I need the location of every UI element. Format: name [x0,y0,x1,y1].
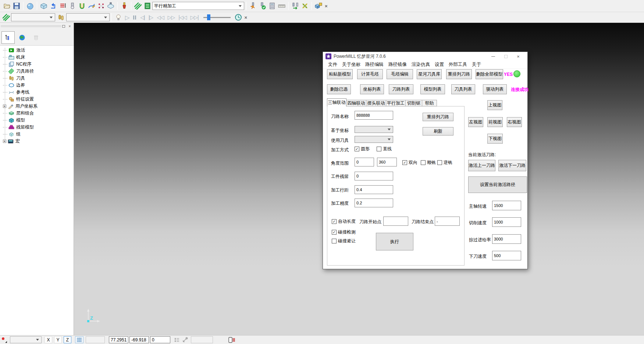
paste-model-button[interactable]: 粘贴新模型 [327,69,353,79]
close-panel-icon[interactable]: × [67,24,72,28]
play-icon[interactable]: ▷ [125,14,129,21]
calc-block-button[interactable]: 计算毛坯 [357,69,383,79]
menu-external-tools[interactable]: 外部工具 [449,62,467,68]
go-start-icon[interactable]: |◁◁ [178,14,186,20]
toolpath-name-input[interactable] [355,111,393,120]
collision-check-checkbox[interactable] [332,230,337,235]
conventional-checkbox[interactable] [437,160,442,165]
step-forward-icon[interactable]: |▷ [149,14,153,20]
shaded-view-icon[interactable] [25,1,35,11]
block-tool-icon[interactable] [106,1,115,11]
coord-list-button[interactable]: 坐标列表 [360,84,384,94]
left-view-button[interactable]: 左视图 [468,117,483,127]
speed-slider[interactable] [203,14,231,20]
climb-checkbox[interactable] [421,160,426,165]
tab-4axis[interactable]: 四轴联动 [346,100,366,106]
linear-checkbox[interactable] [377,147,381,151]
angle-from-input[interactable] [355,158,374,166]
measure-icon[interactable] [277,1,287,11]
web-tab[interactable] [15,31,29,44]
tab-saw[interactable]: 切割锯 [406,100,422,106]
end-point-input[interactable] [435,217,460,226]
collision-avoid-checkbox[interactable] [332,239,337,243]
close-icon[interactable]: × [323,3,329,9]
ball-tool-icon[interactable] [68,1,77,11]
collision-check-icon[interactable] [248,1,258,11]
menu-about[interactable]: 关于 [472,62,481,68]
tree-item-workplanes[interactable]: +用户坐标系 [3,103,74,110]
tree-item-activate[interactable]: 激活 [3,47,74,54]
skim-feed-input[interactable] [492,234,521,244]
based-coord-combobox[interactable] [355,126,393,133]
spindle-speed-input[interactable] [492,201,521,210]
menu-settings[interactable]: 设置 [435,62,444,68]
pattern-icon[interactable] [96,1,106,11]
workplane-combobox[interactable] [10,336,42,343]
toolpath-list-button[interactable]: 刀路列表 [389,84,413,94]
grid-icon[interactable] [75,336,83,343]
tree-item-boundaries[interactable]: 边界 [3,82,74,89]
tool-list-button[interactable]: 刀具列表 [451,84,475,94]
tab-head-tilt[interactable]: 摆头联动 [366,100,386,106]
rearr-toolpath-button[interactable]: 重排列刀路 [423,113,453,121]
rearrange-toolpaths-button[interactable]: 重排列刀路 [446,69,472,79]
right-view-button[interactable]: 右视图 [507,117,522,127]
tree-item-nc-program[interactable]: NC程序 [3,61,74,68]
draw-dot-icon[interactable] [1,337,8,343]
tree-item-macros[interactable]: +宏 [3,138,74,145]
toolpath-icon[interactable] [133,1,143,11]
tool-icon[interactable] [57,13,66,22]
open-file-icon[interactable] [2,1,12,11]
edit-block-button[interactable]: 毛坯编辑 [387,69,413,79]
use-tool-combobox[interactable] [355,136,393,143]
tool-library-button[interactable]: 星河刀具库 [417,69,442,79]
explorer-tree-tab[interactable] [1,31,15,44]
simulation-clock-icon[interactable] [234,13,243,22]
set-active-path-button[interactable]: 设置当前激活路径 [468,176,527,193]
menu-path-mirror[interactable]: 路径镜像 [388,62,407,68]
toolpath-list-icon[interactable] [143,1,152,11]
bidirectional-checkbox[interactable] [402,160,407,165]
tree-item-groups[interactable]: 组 [3,131,74,138]
curve-editor-icon[interactable] [87,1,96,11]
tab-parallel[interactable]: 平行加工 [386,100,406,106]
maximize-icon[interactable] [499,52,512,60]
transform-icon[interactable] [300,1,310,11]
compare-blocks-icon[interactable] [314,1,323,11]
cutting-feed-input[interactable] [492,217,521,227]
sim-tool-combobox[interactable] [66,13,110,21]
tree-item-stock-models[interactable]: 残留模型 [3,124,74,131]
tree-item-patterns[interactable]: 参考线 [3,89,74,96]
light-icon[interactable] [114,13,123,22]
toolpath-edit-icon[interactable] [49,1,58,11]
close-icon[interactable]: × [512,52,524,60]
coordinate-list-icon[interactable] [174,337,180,343]
stepover-input[interactable] [355,185,393,194]
axis-z-button[interactable]: Z [64,336,71,343]
delete-selected-button[interactable]: 删除已选 [327,84,351,94]
angle-to-input[interactable] [377,158,397,166]
tool-verify-icon[interactable] [258,1,267,11]
sim-toolpath-combobox[interactable] [11,13,55,21]
fast-forward-icon[interactable]: ▷▷ [168,14,175,20]
block-icon[interactable] [39,1,49,11]
locate-icon[interactable] [182,337,188,343]
activate-next-toolpath-button[interactable]: 激活下一刀路 [498,160,526,171]
tree-item-toolpaths[interactable]: 刀具路径 [3,68,74,75]
top-view-button[interactable]: 上视图 [487,100,502,110]
pause-icon[interactable] [133,15,136,20]
execute-button[interactable]: 执行 [376,233,413,250]
tool-holder-icon[interactable] [120,1,129,11]
model-list-button[interactable]: 模型列表 [420,84,445,94]
tree-item-levels[interactable]: 层和组合 [3,110,74,117]
bottom-view-button[interactable]: 下视图 [487,134,503,144]
close-icon[interactable]: × [243,15,249,20]
z-level-icon[interactable] [58,1,68,11]
go-end-icon[interactable]: ▷▷| [190,14,198,20]
axis-y-button[interactable]: Y [54,336,62,343]
tab-3axis[interactable]: 三轴联动 [327,98,346,106]
menu-path-edit[interactable]: 路径编辑 [365,62,384,68]
dialog-titlebar[interactable]: PowerMILL 忆梦星河 7.0.6 × [323,52,527,61]
start-point-input[interactable] [383,217,408,226]
save-icon[interactable] [12,1,21,11]
